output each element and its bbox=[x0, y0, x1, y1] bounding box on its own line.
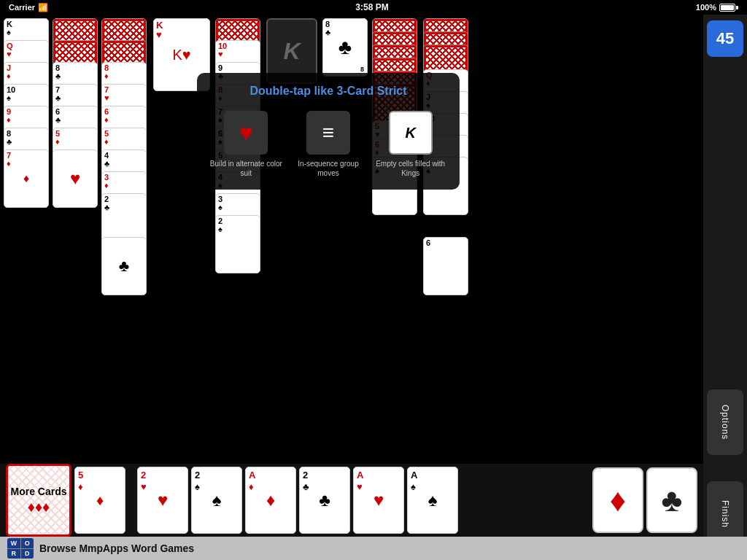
word-logo-r: R bbox=[7, 549, 20, 559]
overlay-stack-icon: ≡ bbox=[306, 111, 350, 155]
tray-card-2c[interactable]: 2 ♣ ♣ bbox=[299, 467, 350, 534]
overlay-king-card-icon: K bbox=[389, 111, 433, 155]
bottom-tray: More Cards ♦♦♦ 5 ♦ ♦ 2 ♥ ♥ 2 ♠ ♠ A ♦ ♦ bbox=[0, 464, 703, 537]
overlay-heart-icon: ♥ bbox=[224, 111, 268, 155]
battery-icon bbox=[719, 4, 738, 12]
carrier-label: Carrier bbox=[9, 3, 35, 12]
suit-diamond-icon[interactable]: ♦ bbox=[592, 467, 643, 533]
wifi-icon: 📶 bbox=[38, 3, 48, 12]
tray-card-2s[interactable]: 2 ♠ ♠ bbox=[191, 467, 242, 534]
battery-percent: 100% bbox=[696, 3, 716, 12]
overlay-title: Double-tap like 3-Card Strict bbox=[249, 85, 406, 98]
tray-card-as[interactable]: A ♠ ♠ bbox=[407, 467, 458, 534]
word-logo-o: O bbox=[21, 538, 34, 548]
sidebar: 45 Options Finish bbox=[703, 15, 747, 560]
browse-label[interactable]: Browse MmpApps Word Games bbox=[39, 542, 194, 554]
bottom-bar: W O R D Browse MmpApps Word Games bbox=[0, 537, 747, 560]
more-cards-diamonds: ♦♦♦ bbox=[28, 499, 50, 516]
score-badge: 45 bbox=[707, 20, 743, 57]
game-overlay: Double-tap like 3-Card Strict ♥ Build in… bbox=[197, 73, 460, 190]
tray-card-5d[interactable]: 5 ♦ ♦ bbox=[74, 467, 125, 534]
card-8-clubs-big[interactable]: 8♣ ♣ 8 bbox=[322, 18, 368, 77]
card-2-spades[interactable]: 2♠ bbox=[215, 215, 260, 273]
card-hearts-only[interactable]: ♥ bbox=[53, 149, 98, 208]
overlay-label-1: Build in alternate color suit bbox=[209, 159, 284, 178]
card-6-last[interactable]: 6 bbox=[423, 237, 468, 295]
overlay-label-2: In-sequence group moves bbox=[291, 159, 366, 178]
tray-card-2h[interactable]: 2 ♥ ♥ bbox=[137, 467, 188, 534]
overlay-label-3: Empty cells filled with Kings bbox=[373, 159, 448, 178]
tray-card-ad[interactable]: A ♦ ♦ bbox=[245, 467, 296, 534]
options-button[interactable]: Options bbox=[707, 389, 743, 455]
more-cards-button[interactable]: More Cards ♦♦♦ bbox=[6, 464, 71, 537]
card-clubs-only[interactable]: ♣ bbox=[101, 237, 147, 295]
word-logo-d: D bbox=[21, 549, 34, 559]
overlay-icon-item-2: ≡ In-sequence group moves bbox=[291, 111, 366, 178]
overlay-icon-item-1: ♥ Build in alternate color suit bbox=[209, 111, 284, 178]
card-7-diamonds[interactable]: 7♦ ♦ bbox=[4, 149, 49, 208]
suit-club-icon[interactable]: ♣ bbox=[646, 467, 697, 533]
more-cards-label: More Cards bbox=[10, 485, 66, 498]
word-games-logo[interactable]: W O R D bbox=[7, 538, 34, 559]
tray-card-ah[interactable]: A ♥ ♥ bbox=[353, 467, 404, 534]
status-bar: Carrier 📶 3:58 PM 100% bbox=[0, 0, 747, 15]
game-area: K♠ ♠ K♠ Q♥ 👑 Q♥ J♦ J J♦ 10♠ ♠ 9♦ 8♣ 7♦ ♦ bbox=[0, 15, 703, 487]
time-label: 3:58 PM bbox=[355, 2, 388, 12]
word-logo-w: W bbox=[7, 538, 20, 548]
overlay-icons-row: ♥ Build in alternate color suit ≡ In-seq… bbox=[209, 111, 448, 178]
overlay-icon-item-3: K Empty cells filled with Kings bbox=[373, 111, 448, 178]
